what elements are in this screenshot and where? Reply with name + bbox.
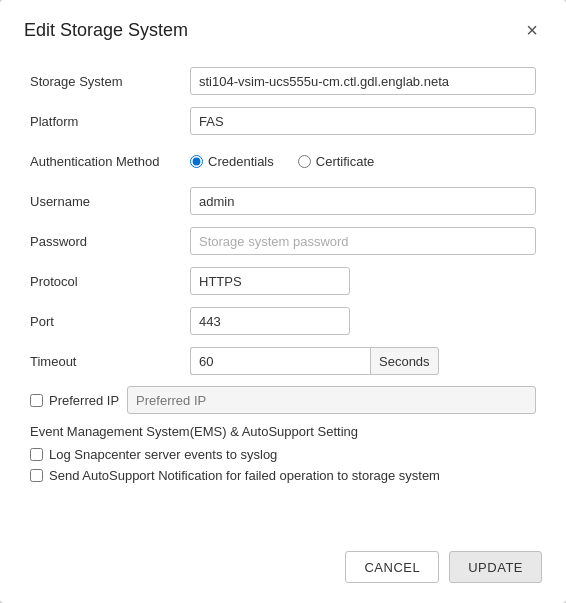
timeout-control-group: Seconds [190,347,439,375]
auth-method-label: Authentication Method [30,154,190,169]
certificate-radio-label[interactable]: Certificate [298,154,375,169]
certificate-radio[interactable] [298,155,311,168]
password-input[interactable] [190,227,536,255]
protocol-label: Protocol [30,274,190,289]
port-label: Port [30,314,190,329]
cancel-button[interactable]: CANCEL [345,551,439,583]
dialog-body: Storage System Platform Authentication M… [0,56,566,537]
port-row: Port [30,306,536,336]
username-label: Username [30,194,190,209]
protocol-row: Protocol [30,266,536,296]
edit-storage-dialog: Edit Storage System × Storage System Pla… [0,0,566,603]
protocol-input[interactable] [190,267,350,295]
password-label: Password [30,234,190,249]
platform-row: Platform [30,106,536,136]
storage-system-input[interactable] [190,67,536,95]
preferred-ip-input[interactable] [127,386,536,414]
timeout-row: Timeout Seconds [30,346,536,376]
timeout-label: Timeout [30,354,190,369]
ems-autosupport-checkbox[interactable] [30,469,43,482]
auth-method-radio-group: Credentials Certificate [190,154,536,169]
credentials-label: Credentials [208,154,274,169]
storage-system-label: Storage System [30,74,190,89]
username-row: Username [30,186,536,216]
username-input[interactable] [190,187,536,215]
certificate-label: Certificate [316,154,375,169]
credentials-radio-label[interactable]: Credentials [190,154,274,169]
close-button[interactable]: × [522,18,542,42]
ems-autosupport-label: Send AutoSupport Notification for failed… [49,468,440,483]
dialog-title: Edit Storage System [24,20,188,41]
ems-log-label: Log Snapcenter server events to syslog [49,447,277,462]
platform-label: Platform [30,114,190,129]
update-button[interactable]: UPDATE [449,551,542,583]
password-row: Password [30,226,536,256]
storage-system-row: Storage System [30,66,536,96]
dialog-header: Edit Storage System × [0,0,566,56]
platform-input[interactable] [190,107,536,135]
preferred-ip-checkbox[interactable] [30,394,43,407]
ems-section: Event Management System(EMS) & AutoSuppo… [30,424,536,483]
port-input[interactable] [190,307,350,335]
timeout-input[interactable] [190,347,370,375]
ems-log-checkbox-label[interactable]: Log Snapcenter server events to syslog [30,447,536,462]
preferred-ip-label: Preferred IP [49,393,119,408]
timeout-suffix: Seconds [370,347,439,375]
preferred-ip-row: Preferred IP [30,386,536,414]
preferred-ip-checkbox-label[interactable]: Preferred IP [30,393,119,408]
ems-autosupport-checkbox-label[interactable]: Send AutoSupport Notification for failed… [30,468,536,483]
credentials-radio[interactable] [190,155,203,168]
ems-section-title: Event Management System(EMS) & AutoSuppo… [30,424,536,439]
auth-method-row: Authentication Method Credentials Certif… [30,146,536,176]
ems-log-checkbox[interactable] [30,448,43,461]
dialog-footer: CANCEL UPDATE [0,537,566,603]
